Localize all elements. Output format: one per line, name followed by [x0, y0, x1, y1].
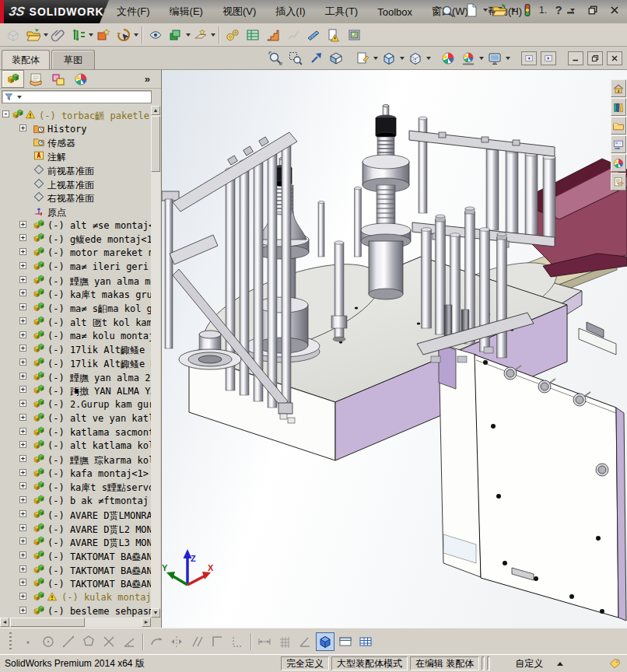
close-icon[interactable]: [608, 4, 621, 16]
tree-expander-icon[interactable]: +: [19, 455, 26, 462]
tree-item[interactable]: +(-) TAKTOMAT BA蠱ANT: [0, 563, 151, 576]
tree-item[interactable]: 原点: [0, 205, 151, 218]
tree-item[interactable]: -(-) torbac齭 paketle: [0, 108, 151, 121]
doc-next-window-button[interactable]: [541, 51, 556, 65]
menu-item-3[interactable]: 插入(I): [274, 3, 306, 20]
zoom-fit-button[interactable]: [266, 49, 285, 68]
tree-expander-icon[interactable]: +: [19, 386, 26, 393]
search-icon[interactable]: [440, 4, 456, 19]
tree-item[interactable]: +(-) AVARE D贳L3 MONR: [0, 535, 151, 548]
tree-item[interactable]: +(-) alt ≠se montaj<: [0, 219, 151, 232]
tree-item[interactable]: 传感器: [0, 135, 151, 149]
open-document-dropdown-icon[interactable]: [511, 9, 516, 14]
tree-item[interactable]: +(-) 17lik Alt齱鳋e K: [0, 356, 151, 369]
taskpane-file-explorer[interactable]: [611, 117, 626, 135]
previous-view-button[interactable]: [306, 49, 325, 68]
tree-expander-icon[interactable]: +: [19, 510, 26, 517]
tree-expander-icon[interactable]: +: [19, 331, 26, 338]
tree-expander-icon[interactable]: +: [19, 400, 26, 407]
trim-entities-button[interactable]: [100, 632, 118, 651]
restore-icon[interactable]: [587, 4, 599, 16]
sketch-visibility-button[interactable]: [353, 49, 372, 68]
graphics-viewport[interactable]: Z X Y: [162, 70, 627, 628]
sketch-visibility-dropdown-icon[interactable]: [373, 57, 378, 62]
tree-scroll-thumb[interactable]: [151, 116, 160, 172]
display-style-button[interactable]: [406, 49, 425, 68]
tree-item[interactable]: +(-) ka庳t makas grub: [0, 287, 151, 300]
tree-expander-icon[interactable]: +: [19, 428, 26, 435]
move-component-dropdown-icon[interactable]: [134, 33, 138, 39]
tree-item[interactable]: 上视基准面: [0, 177, 151, 191]
menu-item-0[interactable]: 文件(F): [115, 3, 152, 20]
display-style-dropdown-icon[interactable]: [426, 57, 431, 62]
tree-expander-icon[interactable]: +: [19, 579, 26, 586]
menu-item-2[interactable]: 视图(V): [221, 3, 257, 20]
doc-close-button[interactable]: [607, 51, 622, 65]
reference-geometry-dropdown-icon[interactable]: [211, 33, 215, 39]
explode-line-sketch-button[interactable]: [284, 26, 303, 44]
tree-item[interactable]: 前视基准面: [0, 163, 151, 177]
show-hidden-components-button[interactable]: [146, 26, 165, 44]
tree-expander-icon[interactable]: +: [19, 469, 26, 476]
view-cube-button[interactable]: [316, 632, 335, 651]
menu-item-1[interactable]: 编辑(E): [168, 3, 205, 20]
exploded-view-button[interactable]: [264, 26, 282, 44]
smart-dimension-button[interactable]: [255, 632, 274, 651]
view-orientation-dropdown-icon[interactable]: [400, 57, 405, 62]
grid-snap-button[interactable]: [275, 632, 294, 651]
scroll-up-icon[interactable]: ▲: [151, 106, 160, 115]
open-part-dropdown-icon[interactable]: [44, 33, 48, 39]
panel-tab-propertymanager[interactable]: [24, 70, 47, 88]
tree-expander-icon[interactable]: +: [19, 524, 26, 531]
tree-expander-icon[interactable]: +: [19, 345, 26, 352]
tree-expander-icon[interactable]: +: [19, 565, 26, 572]
tree-expander-icon[interactable]: +: [19, 234, 26, 241]
tree-item[interactable]: +(-) 黫膴 琮karma kol: [0, 453, 151, 466]
view-settings-button[interactable]: [485, 49, 504, 68]
panel-tabs-overflow[interactable]: »: [145, 73, 150, 85]
tree-item[interactable]: +(-) 17lik Alt齱鳋e u: [0, 342, 151, 355]
taskpane-solidworks-resources[interactable]: [611, 79, 626, 97]
tree-expander-icon[interactable]: +: [19, 289, 26, 296]
sketch-circle-button[interactable]: [39, 632, 58, 651]
tree-item[interactable]: +(-) ma≠ kolu montaj: [0, 329, 151, 342]
tree-expander-icon[interactable]: +: [19, 414, 26, 421]
panel-tab-displaymanager[interactable]: [69, 70, 92, 88]
tree-expander-icon[interactable]: +: [19, 551, 26, 558]
tree-item[interactable]: +(-) 黫膴 yan alma 2: [0, 370, 151, 383]
tree-expander-icon[interactable]: +: [19, 221, 26, 228]
tree-expander-icon[interactable]: +: [19, 303, 26, 310]
sketch-line-button[interactable]: [59, 632, 78, 651]
attachment-button[interactable]: [49, 26, 68, 44]
scroll-right-icon[interactable]: ►: [142, 618, 151, 627]
options-traffic-light-icon[interactable]: [520, 2, 535, 18]
move-component-button[interactable]: [114, 26, 133, 44]
tree-item[interactable]: +(-) 黫膴 yan alma mo: [0, 274, 151, 287]
simulation-advisor-button[interactable]: [324, 26, 343, 44]
minimize-icon[interactable]: [565, 4, 577, 16]
tree-expander-icon[interactable]: +: [19, 496, 26, 503]
tangent-arc-button[interactable]: [147, 632, 166, 651]
tree-expander-icon[interactable]: +: [19, 359, 26, 366]
tree-expander-icon[interactable]: +: [19, 262, 26, 269]
sketch-point-button[interactable]: [19, 632, 37, 651]
tree-item[interactable]: +(-) TAKTOMAT BA蠱ANT: [0, 576, 151, 590]
menu-item-4[interactable]: 工具(T): [324, 3, 360, 20]
taskpane-view-palette[interactable]: [611, 135, 626, 153]
tree-item[interactable]: +(-) g鳆ede montaj<1>: [0, 232, 151, 245]
mirror-entities-button[interactable]: [167, 632, 186, 651]
tree-expander-icon[interactable]: +: [19, 482, 26, 489]
status-custom[interactable]: 自定义: [489, 657, 590, 670]
zoom-area-button[interactable]: [286, 49, 305, 68]
assembly-features-dropdown-icon[interactable]: [186, 33, 191, 39]
view-settings-dropdown-icon[interactable]: [506, 57, 510, 62]
tree-item[interactable]: +(-) katlama sacmonta: [0, 425, 151, 439]
tree-item[interactable]: +(-) alt katlama kolu: [0, 439, 151, 452]
assembly-features-button[interactable]: [166, 26, 185, 44]
tree-expander-icon[interactable]: +: [19, 373, 26, 380]
tree-expander-icon[interactable]: +: [19, 593, 26, 600]
tree-item[interactable]: +(-) motor mareket mi: [0, 246, 151, 259]
design-table-button[interactable]: [356, 632, 375, 651]
doc-minimize-button[interactable]: [568, 51, 583, 65]
tree-expander-icon[interactable]: +: [19, 276, 26, 283]
